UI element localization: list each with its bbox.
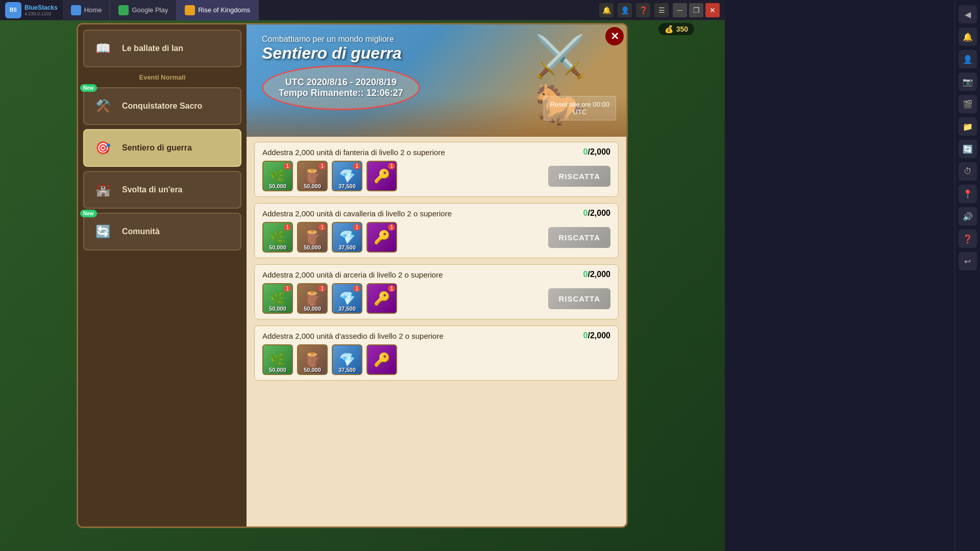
reward-item: 🪵50,000 bbox=[297, 344, 328, 375]
reward-item: 💎37,5001 bbox=[332, 161, 362, 191]
sidebar-btn-sync[interactable]: 🔄 bbox=[959, 140, 977, 158]
menu-btn[interactable]: ☰ bbox=[654, 3, 669, 17]
tab-rise-of-kingdoms[interactable]: Rise of Kingdoms bbox=[177, 0, 259, 20]
reward-item: 🪵50,0001 bbox=[297, 161, 328, 191]
quest-desc-arceria: Addestra 2,000 unità di arceria di livel… bbox=[262, 270, 443, 279]
event-date-range: UTC 2020/8/16 - 2020/8/19 bbox=[279, 77, 403, 88]
sidebar-btn-profile[interactable]: 👤 bbox=[959, 50, 977, 68]
sidebar-item-conquistatore[interactable]: New ⚒️ Conquistatore Sacro bbox=[83, 87, 241, 125]
tab-gplay-label: Google Play bbox=[132, 6, 168, 14]
quest-rewards-assedio: 🌿50,000 🪵50,000 💎37,500 🔑 bbox=[262, 344, 610, 375]
reset-line2: UTC bbox=[550, 108, 609, 116]
ballate-label: Le ballate di Ian bbox=[122, 44, 183, 53]
sidebar-btn-notifications[interactable]: 🔔 bbox=[959, 28, 977, 46]
event-timer: Tempo Rimanente:: 12:06:27 bbox=[279, 88, 403, 98]
conquistatore-icon: ⚒️ bbox=[90, 93, 116, 119]
close-btn[interactable]: ✕ bbox=[705, 3, 720, 17]
sidebar-btn-location[interactable]: 📍 bbox=[959, 185, 977, 203]
reward-item: 🌿50,000 bbox=[262, 344, 293, 375]
quest-header-cavalleria: Addestra 2,000 unità di cavalleria di li… bbox=[262, 209, 610, 218]
sentiero-arrow bbox=[231, 138, 241, 158]
gplay-tab-icon bbox=[118, 5, 129, 15]
quest-progress-fanteria: 0/2,000 bbox=[583, 147, 610, 157]
redeem-button-cavalleria[interactable]: RISCATTA bbox=[548, 227, 610, 248]
currency-amount: 350 bbox=[676, 25, 688, 33]
comunita-icon: 🔄 bbox=[90, 219, 116, 244]
reward-item: 💎37,5001 bbox=[332, 222, 362, 253]
quest-current-arceria: 0 bbox=[583, 270, 588, 279]
reward-item: 🔑 bbox=[366, 344, 397, 375]
right-sidebar: ◀ 🔔 👤 📷 🎬 📁 🔄 ⏱ 📍 🔊 ❓ ↩ bbox=[954, 0, 980, 551]
notification-btn[interactable]: 🔔 bbox=[599, 3, 614, 17]
help-btn[interactable]: ❓ bbox=[636, 3, 650, 17]
tab-google-play[interactable]: Google Play bbox=[110, 0, 177, 20]
quest-item-arceria: Addestra 2,000 unità di arceria di livel… bbox=[254, 264, 619, 319]
quest-item-assedio: Addestra 2,000 unità d'assedio di livell… bbox=[254, 325, 619, 381]
ballate-icon: 📖 bbox=[90, 36, 116, 61]
sidebar-item-comunita[interactable]: New 🔄 Comunità bbox=[83, 213, 241, 251]
tab-home-label: Home bbox=[84, 6, 102, 14]
minimize-btn[interactable]: ─ bbox=[673, 3, 687, 17]
home-tab-icon bbox=[71, 5, 81, 15]
new-badge-conquistatore: New bbox=[80, 84, 97, 92]
redeem-button-fanteria[interactable]: RISCATTA bbox=[548, 166, 610, 187]
account-btn[interactable]: 👤 bbox=[618, 3, 632, 17]
quest-header-assedio: Addestra 2,000 unità d'assedio di livell… bbox=[262, 331, 610, 340]
reward-item: 🌿50,0001 bbox=[262, 222, 293, 253]
conquistatore-label: Conquistatore Sacro bbox=[122, 102, 202, 111]
new-badge-comunita: New bbox=[80, 210, 97, 217]
quest-desc-assedio: Addestra 2,000 unità d'assedio di livell… bbox=[262, 332, 444, 340]
sidebar-btn-screenshot[interactable]: 📷 bbox=[959, 72, 977, 91]
banner-title: Sentiero di guerra bbox=[262, 44, 402, 63]
sidebar-btn-help[interactable]: ❓ bbox=[959, 230, 977, 248]
event-modal: 📖 Le ballate di Ian Eventi Normali New ⚒… bbox=[77, 23, 628, 528]
rok-tab-icon bbox=[185, 5, 195, 15]
taskbar: BS BlueStacks 4.230.0.1103 Home Google P… bbox=[0, 0, 725, 20]
reward-item: 🌿50,0001 bbox=[262, 161, 293, 191]
reward-item: 🌿50,0001 bbox=[262, 283, 293, 314]
quest-list: Addestra 2,000 unità di fanteria di live… bbox=[247, 137, 626, 527]
taskbar-controls: 🔔 👤 ❓ ☰ ─ ❐ ✕ bbox=[599, 3, 725, 17]
quest-rewards-fanteria: 🌿50,0001 🪵50,0001 💎37,5001 🔑1 RISCATTA bbox=[262, 161, 610, 191]
quest-progress-assedio: 0/2,000 bbox=[583, 331, 610, 340]
sidebar-btn-volume[interactable]: 🔊 bbox=[959, 207, 977, 226]
redeem-button-arceria[interactable]: RISCATTA bbox=[548, 288, 610, 309]
event-banner: Combattiamo per un mondo migliore Sentie… bbox=[247, 24, 626, 137]
reset-info-box: Reset alle ore 00:00 UTC bbox=[544, 96, 616, 120]
svolta-label: Svolta di un'era bbox=[122, 185, 183, 194]
quest-rewards-arceria: 🌿50,0001 🪵50,0001 💎37,5001 🔑1 RISCATTA bbox=[262, 283, 610, 314]
sentiero-label: Sentiero di guerra bbox=[122, 143, 192, 153]
sidebar-item-sentiero[interactable]: 🎯 Sentiero di guerra bbox=[83, 129, 241, 167]
quest-desc-cavalleria: Addestra 2,000 unità di cavalleria di li… bbox=[262, 209, 452, 218]
quest-progress-cavalleria: 0/2,000 bbox=[583, 209, 610, 218]
brand-text: BlueStacks 4.230.0.1103 bbox=[24, 4, 58, 16]
quest-rewards-cavalleria: 🌿50,0001 🪵50,0001 💎37,5001 🔑1 RISCATTA bbox=[262, 222, 610, 253]
sidebar-btn-back[interactable]: ↩ bbox=[959, 252, 977, 270]
sidebar-btn-folder[interactable]: 📁 bbox=[959, 117, 977, 136]
reset-line1: Reset alle ore 00:00 bbox=[550, 101, 609, 108]
quest-progress-arceria: 0/2,000 bbox=[583, 270, 610, 279]
sidebar-btn-expand[interactable]: ◀ bbox=[959, 5, 977, 23]
reward-item: 🔑1 bbox=[366, 283, 397, 314]
maximize-btn[interactable]: ❐ bbox=[689, 3, 703, 17]
sidebar-btn-timer[interactable]: ⏱ bbox=[959, 162, 977, 181]
quest-header-arceria: Addestra 2,000 unità di arceria di livel… bbox=[262, 270, 610, 279]
event-left-panel: 📖 Le ballate di Ian Eventi Normali New ⚒… bbox=[78, 24, 247, 527]
brand-area: BS BlueStacks 4.230.0.1103 bbox=[0, 2, 63, 18]
currency-display: 💰 350 bbox=[658, 23, 694, 35]
tab-home[interactable]: Home bbox=[63, 0, 111, 20]
event-right-panel: ✕ Combattiamo per un mondo migliore Sent… bbox=[247, 24, 626, 527]
svolta-icon: 🏰 bbox=[90, 177, 116, 203]
sidebar-item-ballate[interactable]: 📖 Le ballate di Ian bbox=[83, 30, 241, 67]
reward-item: 🪵50,0001 bbox=[297, 283, 328, 314]
quest-total-arceria: 2,000 bbox=[590, 270, 610, 279]
quest-total-assedio: 2,000 bbox=[590, 331, 610, 340]
event-date-oval: UTC 2020/8/16 - 2020/8/19 Tempo Rimanent… bbox=[262, 65, 420, 110]
tab-rok-label: Rise of Kingdoms bbox=[198, 6, 250, 14]
modal-close-button[interactable]: ✕ bbox=[605, 27, 624, 45]
sidebar-btn-record[interactable]: 🎬 bbox=[959, 95, 977, 113]
quest-current-assedio: 0 bbox=[583, 331, 588, 340]
quest-current-cavalleria: 0 bbox=[583, 209, 588, 217]
quest-item-cavalleria: Addestra 2,000 unità di cavalleria di li… bbox=[254, 203, 619, 258]
sidebar-item-svolta[interactable]: 🏰 Svolta di un'era bbox=[83, 171, 241, 209]
